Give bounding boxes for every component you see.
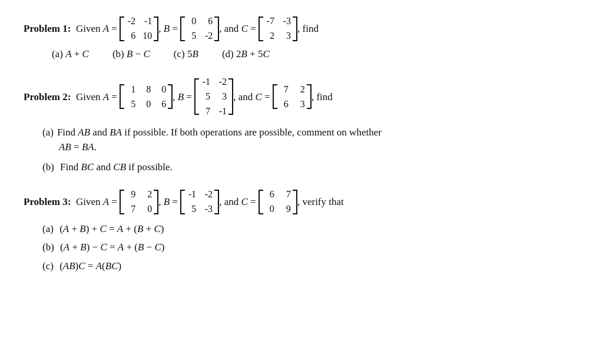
matrix-C2-grid: 7 2 6 3 <box>279 82 305 111</box>
problem-2-header: Problem 2: Given A = 1 8 0 5 0 6 , B = -… <box>24 75 579 119</box>
problem-2-part-a: (a) Find AB and BA if possible. If both … <box>42 125 579 155</box>
cell: -1 <box>217 104 227 118</box>
cell: 7 <box>201 104 210 118</box>
p2-AB-eq: AB <box>59 141 71 153</box>
cell: 0 <box>143 202 152 216</box>
cell: 8 <box>141 82 151 97</box>
bracket-left-icon <box>259 190 263 214</box>
cell: 3 <box>281 29 291 43</box>
cell: 2 <box>143 187 152 201</box>
cell: 3 <box>296 97 305 111</box>
bracket-left-icon <box>180 190 185 214</box>
problem-1-parts: (a) A + C (b) B − C (c) 5B (d) 2B + 5C <box>52 47 579 62</box>
bracket-left-icon <box>120 84 124 109</box>
problem-2-intro: Given A = <box>71 90 120 105</box>
cell: 6 <box>265 187 274 201</box>
p2-parta-text: Find AB and BA if possible. If both oper… <box>57 125 382 140</box>
p1-tail: , find <box>297 21 319 37</box>
bracket-left-icon <box>120 16 124 41</box>
cell: 2 <box>265 29 274 43</box>
cell: 0 <box>187 14 196 28</box>
p3-tail: , verify that <box>297 194 344 210</box>
cell: -3 <box>281 14 291 28</box>
problem-1-matrix-C: -7 -3 2 3 <box>259 14 297 43</box>
problem-3-matrix-A: 9 2 7 0 <box>120 187 158 216</box>
problem-3-label: Problem 3: <box>24 194 71 210</box>
bracket-left-icon <box>180 16 185 41</box>
p3-and-c: , and C = <box>219 194 259 210</box>
bracket-right-icon <box>154 16 158 41</box>
bracket-right-icon <box>293 190 297 214</box>
bracket-left-icon <box>194 78 199 115</box>
cell: -1 <box>201 75 210 89</box>
cell: 7 <box>126 202 135 216</box>
cell: 1 <box>126 82 135 97</box>
cell: 2 <box>296 82 305 97</box>
p3-parta-expr: (A + B) + C = A + (B + C) <box>59 223 164 234</box>
problem-2-matrix-C: 7 2 6 3 <box>273 82 312 111</box>
p2-period: . <box>94 141 97 153</box>
cell: -2 <box>217 75 227 89</box>
problem-3-part-a: (a) (A + B) + C = A + (B + C) <box>42 221 579 237</box>
matrix-C-grid: -7 -3 2 3 <box>265 14 291 43</box>
p2-partb-label: (b) <box>42 161 54 173</box>
problem-3-matrix-B: -1 -2 5 -3 <box>180 187 219 216</box>
matrix-B3-grid: -1 -2 5 -3 <box>187 187 213 216</box>
p2-partb-text: Find BC and CB if possible. <box>60 161 173 173</box>
p3-partb-expr: (A + B) − C = A + (B − C) <box>60 241 164 253</box>
p2-parta-label: (a) <box>42 125 54 140</box>
bracket-right-icon <box>214 190 219 214</box>
p2-eq-sign: = <box>71 141 82 153</box>
cell: -7 <box>265 14 274 28</box>
problem-3-part-c: (c) (AB)C = A(BC) <box>42 259 579 274</box>
problem-3: Problem 3: Given A = 9 2 7 0 , B = -1 -2… <box>24 187 579 273</box>
matrix-A-grid: -2 -1 6 10 <box>126 14 152 43</box>
p2-comma-b: , B = <box>173 90 194 105</box>
problem-3-header: Problem 3: Given A = 9 2 7 0 , B = -1 -2… <box>24 187 579 216</box>
cell: 6 <box>126 29 135 43</box>
bracket-right-icon <box>154 190 158 214</box>
cell: -1 <box>187 187 196 201</box>
bracket-right-icon <box>214 16 219 41</box>
bracket-right-icon <box>293 16 297 41</box>
cell: -3 <box>203 202 213 216</box>
cell: 9 <box>281 202 291 216</box>
problem-1-matrix-A: -2 -1 6 10 <box>120 14 158 43</box>
cell: 0 <box>157 82 166 97</box>
cell: 5 <box>187 29 196 43</box>
p1-part-d: (d) 2B + 5C <box>222 47 270 62</box>
problem-1-header: Problem 1: Given A = -2 -1 6 10 , B = 0 … <box>24 14 579 43</box>
p3-parta-label: (a) <box>42 223 54 234</box>
bracket-right-icon <box>228 78 233 115</box>
p1-part-c: (c) 5B <box>174 47 198 62</box>
bracket-right-icon <box>168 84 173 109</box>
problem-2-part-b: (b) Find BC and CB if possible. <box>42 160 579 175</box>
matrix-A3-grid: 9 2 7 0 <box>126 187 152 216</box>
cell: 5 <box>187 202 196 216</box>
cell: 9 <box>126 187 135 201</box>
problem-2-label: Problem 2: <box>24 90 71 105</box>
p2-parta-continuation: AB = BA. <box>59 140 579 155</box>
problem-1-label: Problem 1: <box>24 21 71 37</box>
p3-comma-b: , B = <box>158 194 180 210</box>
problem-3-intro: Given A = <box>71 194 120 210</box>
cell: 6 <box>203 14 213 28</box>
matrix-A2-grid: 1 8 0 5 0 6 <box>126 82 166 111</box>
problem-1: Problem 1: Given A = -2 -1 6 10 , B = 0 … <box>24 14 579 62</box>
cell: 3 <box>217 90 227 104</box>
cell: -2 <box>203 29 213 43</box>
p1-part-a: (a) A + C <box>52 47 89 62</box>
p2-tail: , find <box>312 90 333 105</box>
cell: -2 <box>203 187 213 201</box>
problem-1-matrix-B: 0 6 5 -2 <box>180 14 219 43</box>
cell: 6 <box>157 97 166 111</box>
cell: -2 <box>126 14 135 28</box>
bracket-left-icon <box>273 84 277 109</box>
bracket-left-icon <box>120 190 124 214</box>
p2-and-c: , and C = <box>233 90 273 105</box>
comma-and-c: , and C = <box>219 21 259 37</box>
matrix-C3-grid: 6 7 0 9 <box>265 187 291 216</box>
problem-2: Problem 2: Given A = 1 8 0 5 0 6 , B = -… <box>24 75 579 174</box>
p3-partb-label: (b) <box>42 241 54 253</box>
bracket-left-icon <box>259 16 263 41</box>
